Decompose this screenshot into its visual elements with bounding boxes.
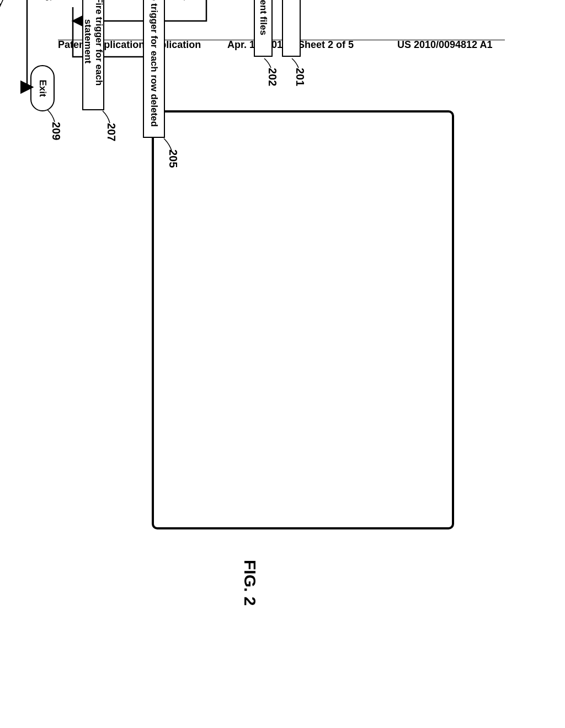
n205-text: Fire trigger for each row deleted [148, 0, 159, 127]
process-determine-records: Determine records to be deleted from dep… [254, 0, 273, 57]
figure-border: Delete record from parent file 201 Deter… [152, 110, 454, 529]
n209-text: Exit [37, 79, 48, 97]
header-pubnumber: US 2010/0094812 A1 [397, 39, 492, 51]
process-fire-per-statement: Fire trigger for each statement [82, 0, 104, 110]
header-sheet: Sheet 2 of 5 [298, 39, 354, 51]
terminator-exit: Exit [30, 65, 55, 111]
ref-205: 205 [167, 149, 179, 168]
n202-text: Determine records to be deleted from dep… [258, 0, 269, 35]
figure-caption: FIG. 2 [241, 560, 259, 606]
ref-207: 207 [105, 123, 118, 141]
ref-201: 201 [294, 68, 306, 86]
process-fire-per-row: Fire trigger for each row deleted [143, 0, 165, 138]
process-delete-record: Delete record from parent file [282, 0, 301, 57]
ref-208: 208 [42, 0, 55, 1]
n207-text: Fire trigger for each statement [82, 0, 104, 107]
ref-202: 202 [266, 68, 279, 86]
ref-209: 209 [50, 122, 62, 140]
flowchart: Delete record from parent file 201 Deter… [5, 0, 303, 171]
